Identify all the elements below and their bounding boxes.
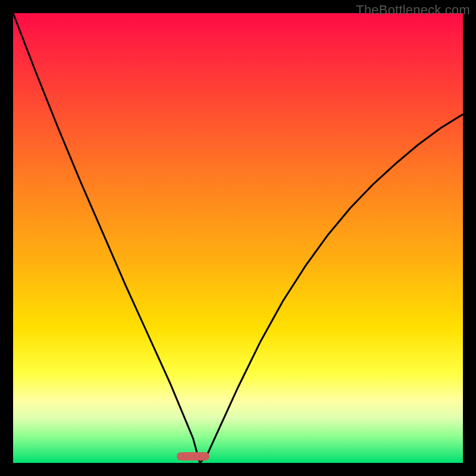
optimal-range-marker — [177, 452, 209, 461]
bottleneck-curve — [13, 13, 463, 463]
chart-area — [13, 13, 463, 463]
watermark-text: TheBottleneck.com — [356, 2, 470, 18]
